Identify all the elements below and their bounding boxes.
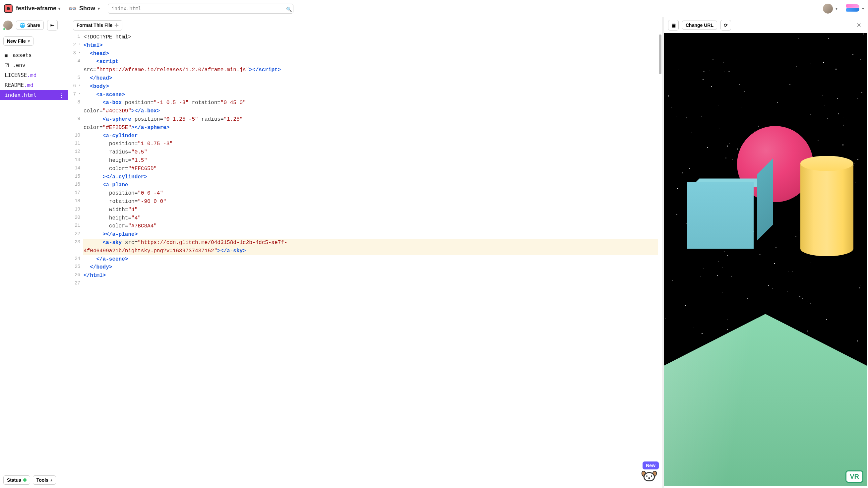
- aframe-scene: [664, 33, 867, 486]
- new-file-label: New File: [7, 38, 26, 44]
- status-button[interactable]: Status: [3, 476, 30, 485]
- chevron-down-icon: ▾: [28, 39, 30, 43]
- preview-viewport[interactable]: VR: [664, 33, 867, 486]
- file-item-README-md[interactable]: README.md: [0, 80, 68, 90]
- file-name: .env: [12, 61, 26, 69]
- scene-box: [687, 182, 757, 252]
- file-item-index-html[interactable]: index.html⋮: [0, 90, 68, 100]
- topbar: festive-aframe ▾ 👓 Show ▾ 🔍 ▾ ▾: [0, 0, 868, 17]
- format-label: Format This File: [76, 23, 113, 28]
- search-container: 🔍: [108, 4, 300, 13]
- file-name: index.html: [5, 91, 36, 99]
- refresh-icon: ⟳: [724, 23, 728, 28]
- chevron-down-icon[interactable]: ▾: [836, 6, 837, 11]
- search-icon[interactable]: 🔍: [286, 7, 292, 12]
- avatar[interactable]: [823, 4, 833, 13]
- share-button[interactable]: 🌐 Share: [16, 21, 44, 30]
- scene-plane: [664, 314, 867, 486]
- project-logo: [4, 4, 12, 13]
- sunglasses-icon: 👓: [68, 5, 76, 12]
- file-name: README.md: [5, 81, 33, 89]
- editor-panel: Format This File ✦ 12 ˅3 ˅456 ˅7 ˅891011…: [68, 17, 664, 488]
- show-dropdown[interactable]: 👓 Show ▾: [68, 5, 100, 12]
- close-preview-button[interactable]: ✕: [854, 20, 864, 30]
- play-icon: ▣: [672, 23, 676, 28]
- sidebar: 🌐 Share ⇤ New File ▾ ▣assets⚿.envLICENSE…: [0, 17, 68, 488]
- new-file-button[interactable]: New File ▾: [3, 36, 33, 46]
- file-item--env[interactable]: ⚿.env: [0, 60, 68, 70]
- file-list: ▣assets⚿.envLICENSE.mdREADME.mdindex.htm…: [0, 49, 68, 472]
- chevron-down-icon: ▾: [58, 6, 60, 11]
- code-editor[interactable]: 12 ˅3 ˅456 ˅7 ˅8910111213141516171819202…: [68, 33, 662, 488]
- collapse-icon: ⇤: [51, 23, 54, 28]
- scene-cylinder: [800, 156, 854, 255]
- code-content[interactable]: <!DOCTYPE html><html> <head> <scriptsrc=…: [83, 33, 662, 488]
- change-url-button[interactable]: Change URL: [682, 21, 717, 30]
- glitch-logo[interactable]: [846, 4, 859, 13]
- file-item-LICENSE-md[interactable]: LICENSE.md: [0, 70, 68, 80]
- new-badge[interactable]: New: [643, 461, 659, 469]
- project-name-dropdown[interactable]: festive-aframe ▾: [16, 5, 60, 12]
- status-label: Status: [7, 478, 21, 483]
- format-file-button[interactable]: Format This File ✦: [73, 20, 122, 30]
- line-gutter: 12 ˅3 ˅456 ˅7 ˅8910111213141516171819202…: [68, 33, 83, 488]
- glitch-dog-mascot[interactable]: [642, 470, 656, 484]
- preview-panel: ▣ Change URL ⟳ ✕: [664, 17, 868, 488]
- folder-icon: ▣: [5, 52, 10, 59]
- collapse-sidebar-button[interactable]: ⇤: [47, 20, 58, 30]
- sparkle-icon: ✦: [114, 22, 119, 29]
- tools-button[interactable]: Tools ▴: [33, 476, 56, 485]
- file-name: assets: [12, 51, 32, 59]
- key-icon: ⚿: [5, 62, 10, 69]
- chevron-down-icon[interactable]: ▾: [862, 6, 864, 11]
- file-menu-icon[interactable]: ⋮: [59, 92, 65, 98]
- vr-button[interactable]: VR: [845, 470, 863, 483]
- status-dot-icon: [23, 478, 27, 482]
- show-label: Show: [79, 5, 95, 12]
- search-input[interactable]: [108, 4, 293, 13]
- tools-label: Tools: [36, 478, 49, 483]
- avatar[interactable]: [3, 21, 12, 30]
- change-url-label: Change URL: [686, 23, 713, 28]
- project-name-label: festive-aframe: [16, 5, 56, 12]
- chevron-up-icon: ▴: [51, 478, 52, 482]
- scrollbar-thumb[interactable]: [659, 34, 661, 74]
- share-label: Share: [27, 23, 40, 28]
- chevron-down-icon: ▾: [98, 6, 100, 11]
- globe-icon: 🌐: [20, 23, 25, 28]
- refresh-preview-button[interactable]: ⟳: [720, 20, 731, 30]
- file-item-assets[interactable]: ▣assets: [0, 51, 68, 60]
- file-name: LICENSE.md: [5, 71, 36, 79]
- open-preview-button[interactable]: ▣: [668, 20, 679, 30]
